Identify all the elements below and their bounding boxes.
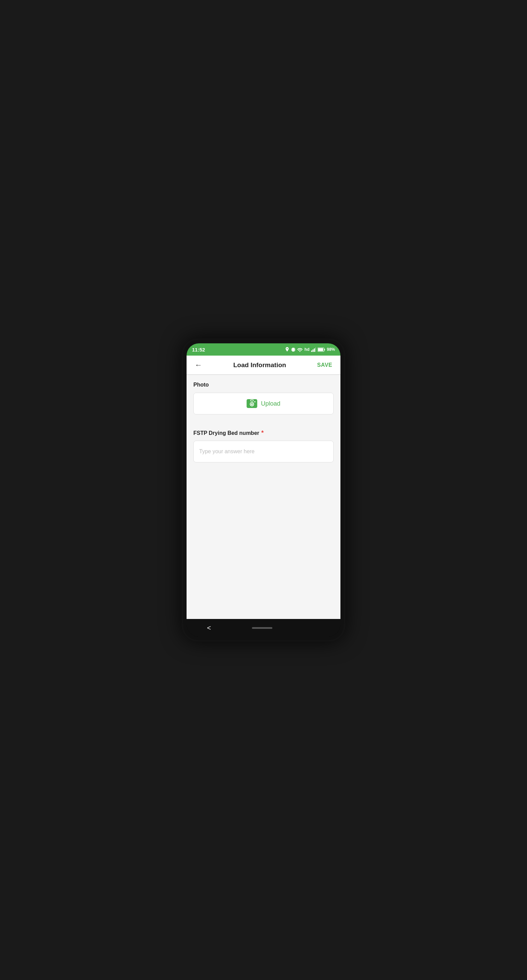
field-label-row: FSTP Drying Bed number * [193, 430, 334, 437]
status-bar: 11:52 hd [186, 343, 341, 356]
svg-rect-8 [318, 348, 323, 351]
required-star: * [261, 430, 264, 437]
upload-button[interactable]: Upload [193, 393, 334, 414]
page-title: Load Information [233, 361, 286, 369]
save-button[interactable]: SAVE [315, 360, 335, 371]
svg-point-14 [254, 401, 255, 402]
battery-icon [318, 347, 325, 352]
battery-percent: 98% [327, 347, 335, 352]
svg-rect-11 [251, 400, 254, 401]
vibrate-icon [291, 347, 296, 352]
phone-screen: 11:52 hd [186, 343, 341, 637]
nav-home-pill[interactable] [252, 627, 272, 629]
svg-rect-3 [311, 350, 312, 352]
photo-section: Photo Upload [186, 375, 341, 423]
signal-icon [311, 347, 316, 352]
location-icon [285, 347, 289, 352]
svg-rect-5 [314, 348, 315, 352]
svg-point-13 [251, 403, 253, 405]
status-time: 11:52 [192, 347, 205, 353]
photo-label: Photo [193, 382, 334, 388]
svg-rect-1 [291, 348, 292, 351]
content-area: Photo Upload FSTP Drying Bed num [186, 375, 341, 619]
svg-rect-0 [292, 348, 295, 352]
app-bar: ← Load Information SAVE [186, 356, 341, 375]
empty-space [186, 463, 341, 619]
svg-rect-9 [324, 349, 325, 350]
phone-device: 11:52 hd [182, 339, 345, 641]
field-label: FSTP Drying Bed number [193, 430, 260, 436]
svg-rect-6 [315, 347, 316, 352]
upload-label: Upload [261, 400, 280, 407]
camera-icon [247, 399, 257, 408]
svg-rect-4 [312, 350, 314, 352]
drying-bed-section: FSTP Drying Bed number * [186, 423, 341, 463]
wifi-icon [297, 347, 303, 352]
nav-back-button[interactable]: < [207, 624, 211, 632]
back-button[interactable]: ← [192, 358, 205, 372]
status-icons: hd 98% [285, 347, 335, 352]
svg-rect-2 [295, 348, 296, 351]
hd-badge: hd [304, 347, 309, 352]
bottom-nav: < [186, 619, 341, 637]
drying-bed-input[interactable] [193, 441, 334, 463]
